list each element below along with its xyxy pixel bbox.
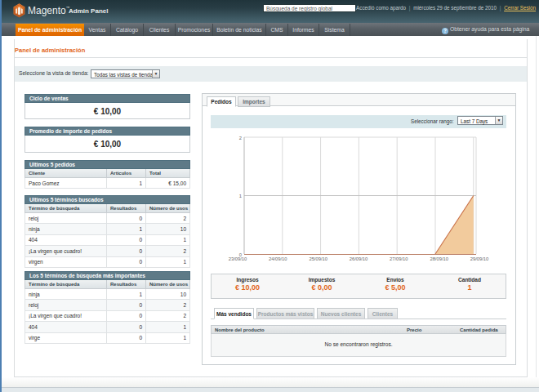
svg-text:2: 2 (239, 136, 242, 140)
svg-text:29/09/10: 29/09/10 (470, 256, 489, 261)
svg-text:28/09/10: 28/09/10 (430, 256, 448, 261)
svg-text:23/09/10: 23/09/10 (229, 256, 247, 261)
svg-text:26/09/10: 26/09/10 (350, 256, 368, 261)
svg-text:25/09/10: 25/09/10 (309, 256, 327, 261)
svg-text:27/09/10: 27/09/10 (390, 256, 408, 261)
svg-text:1: 1 (239, 194, 242, 198)
svg-text:24/09/10: 24/09/10 (269, 256, 287, 261)
